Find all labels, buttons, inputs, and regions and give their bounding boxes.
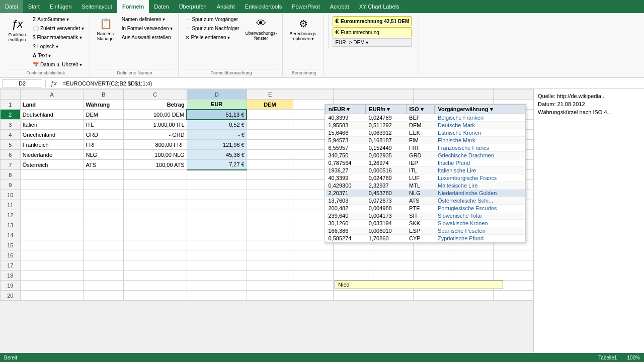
currency-cell-name[interactable]: Österreichische Schi... (435, 197, 525, 205)
tab-acrobat[interactable]: Acrobat (325, 0, 354, 13)
currency-table-row[interactable]: 15,6466 0,063912 EEK Estnische Kronen (326, 129, 525, 137)
cell-B2[interactable]: DEM (84, 110, 123, 120)
currency-cell-name[interactable]: Luxemburgische Francs (435, 174, 525, 182)
tab-einfuegen[interactable]: Einfügen (45, 0, 76, 13)
col-header-F[interactable] (293, 89, 333, 100)
currency-table-row[interactable]: 30,1260 0,033194 SKK Slowakische Kronen (326, 220, 525, 227)
spur-vorgaenger-button[interactable]: ← Spur zum Vorgänger (183, 15, 242, 24)
currency-cell-name[interactable]: Italienische Lire (435, 167, 525, 174)
aus-auswahl-button[interactable]: Aus Auswahl erstellen (119, 33, 176, 42)
cell-B7[interactable]: ATS (84, 160, 123, 170)
cell-E5[interactable] (247, 140, 293, 150)
currency-table-row[interactable]: 340,750 0,002935 GRD Griechische Drachme… (326, 152, 525, 159)
currency-table-row[interactable]: 2,20371 0,453780 NLG Niederländische Gul… (326, 190, 525, 197)
berechnungsoptionen-button[interactable]: ⚙ Berechnungs-optionen ▾ (287, 15, 320, 44)
currency-cell-name[interactable]: Französische Francs (435, 144, 525, 152)
cell-D4[interactable]: - € (187, 130, 247, 140)
currency-table-row[interactable]: 0,429300 2,32937 MTL Maltesische Lire (326, 182, 525, 190)
tab-ansicht[interactable]: Ansicht (212, 0, 240, 13)
cell-C4[interactable]: - GRD (123, 130, 187, 140)
cell-A1[interactable]: Land (20, 100, 84, 110)
currency-cell-name[interactable]: Slowakische Kronen (435, 220, 525, 227)
cell-B6[interactable]: NLG (84, 150, 123, 160)
finance-button[interactable]: $ Finanzmathematik ▾ (30, 33, 87, 42)
col-header-J[interactable] (453, 89, 493, 100)
tab-ueberpruefen[interactable]: Überprüfen (174, 0, 212, 13)
col-header-D[interactable]: D (187, 89, 247, 100)
currency-cell-name[interactable]: Irische Pfund (435, 159, 525, 167)
cell-B4[interactable]: GRD (84, 130, 123, 140)
cell-B5[interactable]: FRF (84, 140, 123, 150)
tab-start[interactable]: Start (23, 0, 45, 13)
currency-cell-name[interactable]: Griechische Drachmen (435, 152, 525, 159)
cell-D6[interactable]: 45,38 € (187, 150, 247, 160)
autosum-button[interactable]: Σ AutoSumme ▾ (30, 15, 87, 24)
col-header-I[interactable] (413, 89, 453, 100)
currency-table-row[interactable]: 13,7603 0,072673 ATS Österreichische Sch… (326, 197, 525, 205)
currency-table-row[interactable]: 40,3399 0,024789 LUF Luxemburgische Fran… (326, 174, 525, 182)
cell-A5[interactable]: Frankreich (20, 140, 84, 150)
cell-D2[interactable]: 51,13 € (187, 110, 247, 120)
cell-E4[interactable] (247, 130, 293, 140)
currency-cell-name[interactable]: Spanische Peseten (435, 227, 525, 235)
funktion-einfuegen-button[interactable]: ƒx Funktioneinfügen (5, 15, 29, 45)
currency-cell-name[interactable]: Belgische Franken (435, 114, 525, 122)
currency-col-eurn[interactable]: EUR/n ▾ (366, 105, 406, 114)
currency-col-neur[interactable]: n/EUR ▾ (326, 105, 366, 114)
currency-cell-name[interactable]: Finnische Mark (435, 137, 525, 144)
cell-B3[interactable]: ITL (84, 120, 123, 130)
in-formel-button[interactable]: In Formel verwenden ▾ (119, 24, 176, 33)
col-header-H[interactable] (373, 89, 413, 100)
namen-definieren-button[interactable]: Namen definieren ▾ (119, 15, 176, 24)
currency-cell-name[interactable]: Slowenische Tolar (435, 212, 525, 220)
cell-A4[interactable]: Griechenland (20, 130, 84, 140)
tab-xychartlabels[interactable]: XY Chart Labels (354, 0, 405, 13)
tab-daten[interactable]: Daten (149, 0, 174, 13)
tab-formeln[interactable]: Formeln (117, 0, 149, 13)
col-header-G[interactable] (333, 89, 373, 100)
currency-cell-name[interactable]: Niederländische Gulden (435, 190, 525, 197)
cell-A2[interactable]: Deutschland (20, 110, 84, 120)
currency-cell-name[interactable]: Portugiesische Escudos (435, 205, 525, 212)
euro-dropdown-button[interactable]: EUR -> DEM ▾ (333, 38, 412, 47)
currency-col-iso[interactable]: ISO ▾ (406, 105, 435, 114)
currency-cell-name[interactable]: Deutsche Mark (435, 122, 525, 129)
currency-table-row[interactable]: 239,640 0,004173 SIT Slowenische Tolar (326, 212, 525, 220)
euroumrechnung-button[interactable]: € Euroumrechnung (333, 27, 412, 37)
cell-E3[interactable] (247, 120, 293, 130)
recently-used-button[interactable]: 🕐 Zuletzt verwendet ▾ (30, 24, 87, 33)
cell-A7[interactable]: Österreich (20, 160, 84, 170)
cell-C6[interactable]: 100,00 NLG (123, 150, 187, 160)
currency-table-row[interactable]: 1936,27 0,000516 ITL Italienische Lire (326, 167, 525, 174)
currency-table-row[interactable]: 40,3399 0,024789 BEF Belgische Franken (326, 114, 525, 122)
cell-D5[interactable]: 121,96 € (187, 140, 247, 150)
tab-seitenlayout[interactable]: Seitenlayout (76, 0, 117, 13)
cell-C5[interactable]: 800,00 FRF (123, 140, 187, 150)
logical-button[interactable]: ? Logisch ▾ (30, 42, 87, 51)
cell-E7[interactable] (247, 160, 293, 170)
pfeile-entfernen-button[interactable]: ✕ Pfeile entfernen ▾ (183, 33, 242, 42)
tab-entwicklertools[interactable]: Entwicklertools (240, 0, 287, 13)
text-button[interactable]: A Text ▾ (30, 51, 87, 60)
formula-input[interactable] (61, 80, 642, 87)
currency-cell-name[interactable]: Estnische Kronen (435, 129, 525, 137)
cell-C2[interactable]: 100,00 DEM (123, 110, 187, 120)
col-header-A[interactable]: A (20, 89, 84, 100)
ueberwachungsfenster-button[interactable]: 👁 Überwachungs-fenster (243, 15, 279, 43)
cell-B1[interactable]: Währung (84, 100, 123, 110)
datetime-button[interactable]: 📅 Datum u. Uhrzeit ▾ (30, 60, 87, 69)
cell-E2[interactable] (247, 110, 293, 120)
col-header-K[interactable] (493, 89, 533, 100)
col-header-C[interactable]: C (123, 89, 187, 100)
cell-C1[interactable]: Betrag (123, 100, 187, 110)
cell-D1[interactable]: EUR (187, 100, 247, 110)
cell-D7[interactable]: 7,27 € (187, 160, 247, 170)
cell-C3[interactable]: 1.000,00 ITL (123, 120, 187, 130)
euroumrechnung-result-button[interactable]: € Euroumrechnung 42,51 DEM (333, 16, 412, 26)
currency-cell-name[interactable]: Zypriotische Pfund (435, 235, 525, 242)
currency-col-name[interactable]: Vorgängerwährung ▾ (435, 105, 525, 114)
spur-nachfolger-button[interactable]: → Spur zum Nachfolger (183, 24, 242, 33)
cell-E1[interactable]: DEM (247, 100, 293, 110)
cell-A3[interactable]: Italien (20, 120, 84, 130)
namens-manager-button[interactable]: 📋 Namens-Manager (94, 15, 118, 44)
